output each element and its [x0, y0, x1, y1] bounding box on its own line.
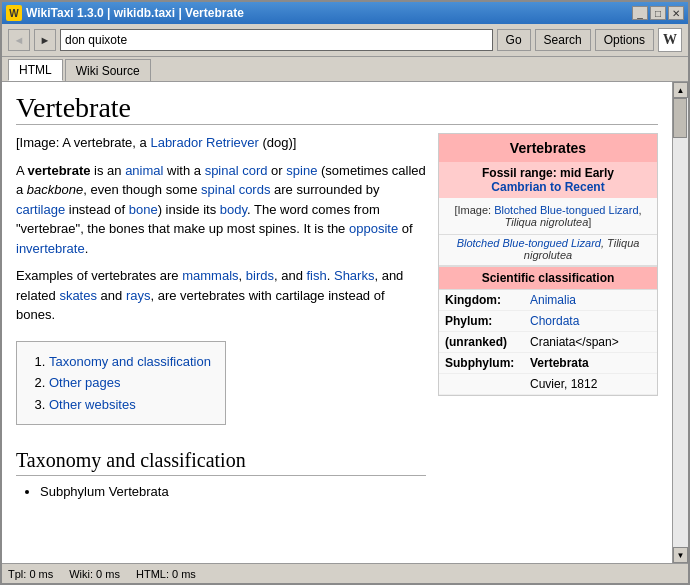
infobox-header: Vertebrates	[439, 134, 657, 162]
toc-item-3: Other websites	[49, 395, 211, 415]
toc-list: Taxonomy and classification Other pages …	[31, 352, 211, 415]
body-link[interactable]: body	[220, 202, 247, 217]
spinal-cord-link[interactable]: spinal cord	[205, 163, 268, 178]
image-placeholder-text: [Image: A vertebrate, a Labrador Retriev…	[16, 133, 426, 153]
infobox-row-unranked: (unranked) Craniata</span>	[439, 332, 657, 353]
cambrian-link[interactable]: Cambrian to Recent	[491, 180, 604, 194]
infobox-image: [Image: Blotched Blue-tongued Lizard, Ti…	[439, 198, 657, 235]
toc-item-2: Other pages	[49, 373, 211, 393]
toc-item-1: Taxonomy and classification	[49, 352, 211, 372]
mammals-link[interactable]: mammals	[182, 268, 238, 283]
window-controls: _ □ ✕	[632, 6, 684, 20]
infobox-row-cuvier: Cuvier, 1812	[439, 374, 657, 395]
section-title-taxonomy: Taxonomy and classification	[16, 445, 426, 476]
fossil-line-2: Cambrian to Recent	[445, 180, 651, 194]
infobox-row-kingdom: Kingdom: Animalia	[439, 290, 657, 311]
animalia-link[interactable]: Animalia	[530, 293, 576, 307]
app-icon: W	[6, 5, 22, 21]
html-status: HTML: 0 ms	[136, 568, 196, 580]
infobox-sci-classification: Scientific classification	[439, 266, 657, 290]
tab-wiki-source[interactable]: Wiki Source	[65, 59, 151, 81]
window-title: WikiTaxi 1.3.0 | wikidb.taxi | Vertebrat…	[26, 6, 628, 20]
bullet-list: Subphylum Vertebrata	[16, 482, 426, 502]
infobox-row-subphylum: Subphylum: Vertebrata	[439, 353, 657, 374]
forward-button[interactable]: ►	[34, 29, 56, 51]
infobox-caption: Blotched Blue-tongued Lizard, Tiliqua ni…	[439, 235, 657, 266]
scroll-up-button[interactable]: ▲	[673, 82, 688, 98]
intro-paragraph: A vertebrate is an animal with a spinal …	[16, 161, 426, 259]
fish-link[interactable]: fish	[307, 268, 327, 283]
cartilage-link[interactable]: cartilage	[16, 202, 65, 217]
labrador-link[interactable]: Labrador Retriever	[150, 135, 258, 150]
sharks-link[interactable]: Sharks	[334, 268, 374, 283]
minimize-button[interactable]: _	[632, 6, 648, 20]
article-body: [Image: A vertebrate, a Labrador Retriev…	[16, 133, 658, 506]
skates-link[interactable]: skates	[59, 288, 97, 303]
rays-link[interactable]: rays	[126, 288, 151, 303]
chordata-link[interactable]: Chordata	[530, 314, 579, 328]
toolbar: ◄ ► Go Search Options W	[2, 24, 688, 57]
infobox-fossil-range: Fossil range: mid Early Cambrian to Rece…	[439, 162, 657, 198]
fossil-line-1: Fossil range: mid Early	[445, 166, 651, 180]
bone-link[interactable]: bone	[129, 202, 158, 217]
table-of-contents: Taxonomy and classification Other pages …	[16, 341, 226, 426]
invertebrate-link[interactable]: invertebrate	[16, 241, 85, 256]
go-button[interactable]: Go	[497, 29, 531, 51]
back-button[interactable]: ◄	[8, 29, 30, 51]
examples-paragraph: Examples of vertebrates are mammals, bir…	[16, 266, 426, 325]
article-text: [Image: A vertebrate, a Labrador Retriev…	[16, 133, 426, 506]
tpl-status: Tpl: 0 ms	[8, 568, 53, 580]
toc-link-3[interactable]: Other websites	[49, 397, 136, 412]
close-button[interactable]: ✕	[668, 6, 684, 20]
options-button[interactable]: Options	[595, 29, 654, 51]
article-title: Vertebrate	[16, 92, 658, 125]
infobox: Vertebrates Fossil range: mid Early Camb…	[438, 133, 658, 396]
title-bar: W WikiTaxi 1.3.0 | wikidb.taxi | Vertebr…	[2, 2, 688, 24]
lizard-image-link[interactable]: Blotched Blue-tongued Lizard	[494, 204, 638, 216]
wiki-status: Wiki: 0 ms	[69, 568, 120, 580]
toc-link-2[interactable]: Other pages	[49, 375, 121, 390]
wiki-icon: W	[658, 28, 682, 52]
lizard-caption-link[interactable]: Blotched Blue-tongued Lizard	[457, 237, 601, 249]
scrollbar-thumb[interactable]	[673, 98, 687, 138]
infobox-row-phylum: Phylum: Chordata	[439, 311, 657, 332]
toc-link-1[interactable]: Taxonomy and classification	[49, 354, 211, 369]
bullet-item-1: Subphylum Vertebrata	[40, 482, 426, 502]
scrollbar-track[interactable]	[673, 98, 688, 547]
search-button[interactable]: Search	[535, 29, 591, 51]
spine-link[interactable]: spine	[286, 163, 317, 178]
birds-link[interactable]: birds	[246, 268, 274, 283]
animal-link[interactable]: animal	[125, 163, 163, 178]
tab-html[interactable]: HTML	[8, 59, 63, 81]
scroll-down-button[interactable]: ▼	[673, 547, 688, 563]
scrollbar[interactable]: ▲ ▼	[672, 82, 688, 563]
spinal-cords-link[interactable]: spinal cords	[201, 182, 270, 197]
maximize-button[interactable]: □	[650, 6, 666, 20]
article-content: Vertebrate [Image: A vertebrate, a Labra…	[2, 82, 672, 563]
address-input[interactable]	[60, 29, 493, 51]
opposite-link[interactable]: opposite	[349, 221, 398, 236]
status-bar: Tpl: 0 ms Wiki: 0 ms HTML: 0 ms	[2, 563, 688, 583]
tab-bar: HTML Wiki Source	[2, 57, 688, 82]
